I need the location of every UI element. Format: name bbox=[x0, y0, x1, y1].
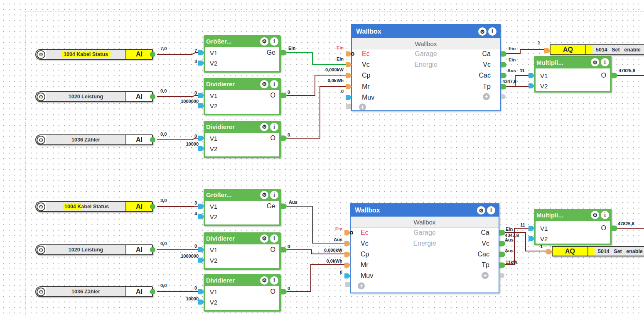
output-connector[interactable] bbox=[501, 84, 506, 90]
output-connector[interactable] bbox=[150, 289, 155, 295]
info-icon[interactable]: i bbox=[270, 80, 278, 88]
function-block[interactable]: Größer...⚙iV1GeV2 bbox=[204, 35, 281, 73]
function-block[interactable]: Dividierer⚙iV1OV2 bbox=[204, 232, 281, 270]
output-connector[interactable] bbox=[150, 52, 155, 57]
gear-icon[interactable]: ⚙ bbox=[260, 80, 268, 88]
input-connector[interactable] bbox=[198, 289, 204, 295]
output-connector[interactable] bbox=[281, 289, 287, 295]
function-block[interactable]: Größer...⚙iV1GeV2 bbox=[204, 189, 281, 226]
function-block[interactable]: Dividierer⚙iV1OV2 bbox=[204, 121, 281, 158]
function-block[interactable]: Multipli...⚙iV1OV2 bbox=[534, 56, 612, 93]
gear-icon[interactable]: ⚙ bbox=[260, 37, 268, 46]
input-connector[interactable] bbox=[528, 226, 535, 231]
input-connector[interactable] bbox=[198, 146, 204, 151]
add-input-icon[interactable]: + bbox=[358, 283, 365, 290]
gear-icon[interactable]: ⚙ bbox=[37, 50, 45, 59]
output-connector[interactable] bbox=[281, 204, 287, 209]
wire[interactable] bbox=[286, 86, 347, 138]
output-connector[interactable] bbox=[612, 73, 617, 78]
info-icon[interactable]: i bbox=[270, 37, 278, 46]
gear-icon[interactable]: ⚙ bbox=[37, 93, 45, 101]
output-connector[interactable] bbox=[499, 252, 505, 257]
input-connector[interactable] bbox=[198, 103, 204, 109]
gear-icon[interactable]: ⚙ bbox=[260, 234, 268, 243]
output-connector[interactable] bbox=[150, 137, 155, 143]
input-connector[interactable] bbox=[528, 83, 535, 89]
output-connector[interactable] bbox=[150, 204, 155, 210]
gear-icon[interactable]: ⚙ bbox=[37, 136, 45, 144]
io-block[interactable]: ⚙1020 LeistungAI bbox=[35, 244, 153, 255]
wire[interactable] bbox=[157, 206, 203, 207]
wire[interactable] bbox=[157, 95, 203, 97]
wallbox-block[interactable]: Wallbox⚙iWallboxGarageEnergieEcVcCpMrMuv… bbox=[351, 24, 501, 111]
add-output-icon[interactable]: + bbox=[482, 272, 489, 279]
info-icon[interactable]: i bbox=[487, 206, 495, 215]
input-connector[interactable] bbox=[346, 84, 352, 90]
input-connector[interactable] bbox=[346, 62, 352, 68]
input-connector[interactable] bbox=[344, 273, 351, 279]
output-connector[interactable] bbox=[281, 93, 287, 98]
output-connector[interactable] bbox=[281, 50, 287, 56]
input-connector[interactable] bbox=[346, 73, 352, 78]
unused-input-connector[interactable] bbox=[345, 282, 350, 287]
function-block[interactable]: Multipli...⚙iV1OV2 bbox=[534, 209, 612, 245]
output-connector[interactable] bbox=[281, 136, 287, 141]
input-connector[interactable] bbox=[344, 241, 351, 246]
output-connector[interactable] bbox=[501, 73, 506, 78]
aq-output-block[interactable]: AQ5014 Set enable ch bbox=[552, 246, 644, 256]
add-input-icon[interactable]: + bbox=[359, 104, 366, 111]
aq-output-block[interactable]: AQ5014 Set enable ch bbox=[550, 44, 644, 55]
info-icon[interactable]: i bbox=[270, 191, 278, 199]
function-block[interactable]: Dividierer⚙iV1OV2 bbox=[204, 274, 281, 312]
gear-icon[interactable]: ⚙ bbox=[260, 276, 268, 285]
info-icon[interactable]: i bbox=[601, 211, 609, 219]
gear-icon[interactable]: ⚙ bbox=[591, 211, 599, 219]
output-connector[interactable] bbox=[281, 247, 287, 253]
output-connector[interactable] bbox=[612, 226, 617, 231]
io-block[interactable]: ⚙1020 LeistungAI bbox=[35, 91, 153, 102]
output-connector[interactable] bbox=[499, 230, 505, 236]
info-icon[interactable]: i bbox=[270, 123, 278, 131]
input-connector[interactable] bbox=[528, 73, 535, 78]
io-block[interactable]: ⚙1036 ZählerAI bbox=[35, 134, 153, 145]
info-icon[interactable]: i bbox=[270, 276, 278, 285]
gear-icon[interactable]: ⚙ bbox=[37, 288, 45, 296]
input-connector[interactable] bbox=[544, 48, 551, 54]
gear-icon[interactable]: ⚙ bbox=[37, 246, 45, 254]
input-connector[interactable] bbox=[198, 247, 204, 253]
input-connector[interactable] bbox=[198, 258, 204, 263]
output-connector[interactable] bbox=[501, 62, 506, 68]
output-connector[interactable] bbox=[501, 51, 506, 57]
output-connector[interactable] bbox=[499, 263, 505, 268]
input-connector[interactable] bbox=[344, 252, 351, 257]
input-connector[interactable] bbox=[198, 300, 204, 305]
add-output-icon[interactable]: + bbox=[483, 93, 490, 100]
gear-icon[interactable]: ⚙ bbox=[260, 191, 268, 199]
input-connector[interactable] bbox=[198, 136, 204, 141]
wire[interactable] bbox=[286, 265, 346, 292]
io-block[interactable]: ⚙1036 ZählerAI bbox=[35, 286, 153, 297]
info-icon[interactable]: i bbox=[601, 58, 609, 66]
io-block[interactable]: ⚙1004 Kabel StatusAI bbox=[35, 201, 153, 212]
unused-input-connector[interactable] bbox=[346, 104, 351, 109]
unused-output-connector[interactable] bbox=[499, 273, 504, 278]
input-connector[interactable] bbox=[198, 61, 204, 66]
logic-canvas[interactable]: ⚙1004 Kabel StatusAI⚙1020 LeistungAI⚙103… bbox=[0, 0, 644, 317]
output-connector[interactable] bbox=[150, 94, 155, 100]
gear-icon[interactable]: ⚙ bbox=[478, 27, 487, 36]
input-connector[interactable] bbox=[546, 249, 553, 255]
info-icon[interactable]: i bbox=[488, 27, 497, 36]
input-connector[interactable] bbox=[344, 263, 351, 268]
input-connector[interactable] bbox=[198, 93, 204, 98]
output-connector[interactable] bbox=[499, 241, 505, 246]
function-block[interactable]: Dividierer⚙iV1OV2 bbox=[204, 78, 281, 115]
input-connector[interactable] bbox=[198, 214, 204, 219]
gear-icon[interactable]: ⚙ bbox=[37, 202, 45, 211]
gear-icon[interactable]: ⚙ bbox=[260, 123, 268, 131]
io-block[interactable]: ⚙1004 Kabel StatusAI bbox=[35, 49, 153, 60]
output-connector[interactable] bbox=[150, 247, 155, 253]
info-icon[interactable]: i bbox=[270, 234, 278, 243]
input-connector[interactable] bbox=[528, 236, 535, 241]
unused-output-connector[interactable] bbox=[501, 94, 506, 99]
gear-icon[interactable]: ⚙ bbox=[477, 206, 485, 215]
